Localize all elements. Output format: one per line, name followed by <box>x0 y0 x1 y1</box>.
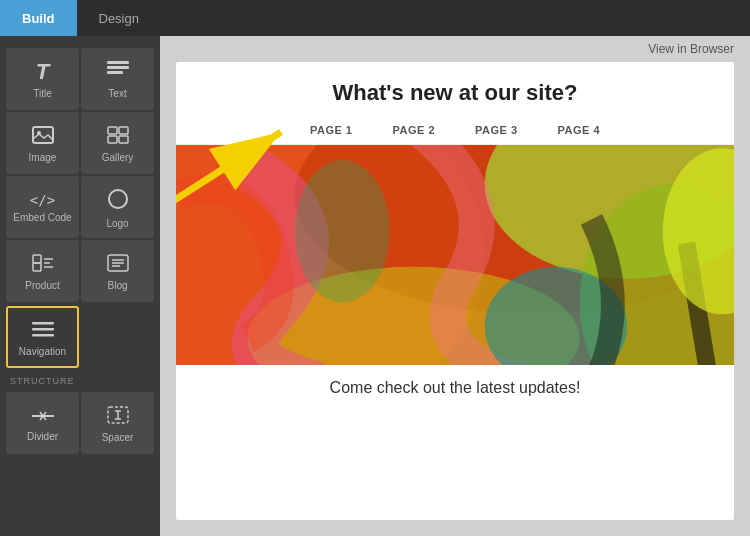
svg-rect-0 <box>107 61 129 64</box>
sidebar-item-label-text: Text <box>108 88 126 99</box>
page-preview: What's new at our site? PAGE 1 PAGE 2 PA… <box>176 62 734 520</box>
svg-rect-14 <box>32 328 54 331</box>
top-bar: Build Design <box>0 0 750 36</box>
sidebar-item-gallery[interactable]: Gallery <box>81 112 154 174</box>
sidebar-item-blog[interactable]: Blog <box>81 240 154 302</box>
sidebar-item-label-gallery: Gallery <box>102 152 134 163</box>
page-title-area: What's new at our site? <box>176 62 734 120</box>
svg-rect-15 <box>32 334 54 337</box>
divider-icon <box>32 406 54 426</box>
svg-rect-11 <box>33 263 41 271</box>
svg-rect-10 <box>33 255 41 263</box>
page-title: What's new at our site? <box>196 80 714 106</box>
sidebar-item-embed-code[interactable]: </> Embed Code <box>6 176 79 238</box>
sidebar-item-label-navigation: Navigation <box>19 346 66 357</box>
sidebar-item-title[interactable]: T Title <box>6 48 79 110</box>
sidebar-item-label-embed-code: Embed Code <box>13 212 71 223</box>
svg-rect-6 <box>119 127 128 134</box>
gallery-icon <box>107 126 129 147</box>
image-icon <box>32 126 54 147</box>
page-nav-item-2[interactable]: PAGE 2 <box>392 124 435 136</box>
svg-point-9 <box>109 190 127 208</box>
page-nav-item-3[interactable]: PAGE 3 <box>475 124 518 136</box>
sidebar-item-label-image: Image <box>29 152 57 163</box>
product-icon <box>32 254 54 275</box>
sidebar-item-spacer[interactable]: Spacer <box>81 392 154 454</box>
sidebar-item-label-spacer: Spacer <box>102 432 134 443</box>
embed-code-icon: </> <box>30 193 55 207</box>
navigation-grid: Navigation <box>0 304 160 370</box>
sidebar-item-label-title: Title <box>33 88 52 99</box>
svg-rect-8 <box>119 136 128 143</box>
abstract-image <box>176 145 734 365</box>
spacer-icon <box>107 406 129 427</box>
view-in-browser-link[interactable]: View in Browser <box>648 42 734 56</box>
tab-build[interactable]: Build <box>0 0 77 36</box>
svg-rect-7 <box>108 136 117 143</box>
svg-point-26 <box>295 160 390 302</box>
sidebar-item-image[interactable]: Image <box>6 112 79 174</box>
text-icon <box>107 61 129 84</box>
structure-grid: Divider Spacer <box>0 390 160 456</box>
navigation-icon <box>32 320 54 341</box>
sidebar-item-text[interactable]: Text <box>81 48 154 110</box>
sidebar-item-label-product: Product <box>25 280 59 291</box>
svg-rect-5 <box>108 127 117 134</box>
blog-icon <box>107 254 129 275</box>
sidebar-item-label-divider: Divider <box>27 431 58 442</box>
sidebar-item-navigation[interactable]: Navigation <box>6 306 79 368</box>
main-layout: T Title Text <box>0 36 750 536</box>
sidebar-item-label-blog: Blog <box>107 280 127 291</box>
sidebar-item-label-logo: Logo <box>106 218 128 229</box>
title-icon: T <box>36 61 49 83</box>
sidebar-item-product[interactable]: Product <box>6 240 79 302</box>
page-bottom-text: Come check out the latest updates! <box>176 365 734 411</box>
content-area: View in Browser What's new at our site? … <box>160 36 750 536</box>
svg-rect-1 <box>107 66 129 69</box>
sidebar-items-grid: T Title Text <box>0 46 160 304</box>
content-top-bar: View in Browser <box>160 36 750 62</box>
svg-rect-2 <box>107 71 123 74</box>
logo-icon <box>107 188 129 213</box>
sidebar: T Title Text <box>0 36 160 536</box>
sidebar-item-divider[interactable]: Divider <box>6 392 79 454</box>
page-nav: PAGE 1 PAGE 2 PAGE 3 PAGE 4 <box>176 120 734 145</box>
page-nav-item-1[interactable]: PAGE 1 <box>310 124 353 136</box>
tab-design[interactable]: Design <box>77 0 161 36</box>
sidebar-item-logo[interactable]: Logo <box>81 176 154 238</box>
svg-rect-3 <box>33 127 53 143</box>
page-nav-item-4[interactable]: PAGE 4 <box>558 124 601 136</box>
structure-section-label: STRUCTURE <box>0 370 160 390</box>
svg-rect-13 <box>32 322 54 325</box>
